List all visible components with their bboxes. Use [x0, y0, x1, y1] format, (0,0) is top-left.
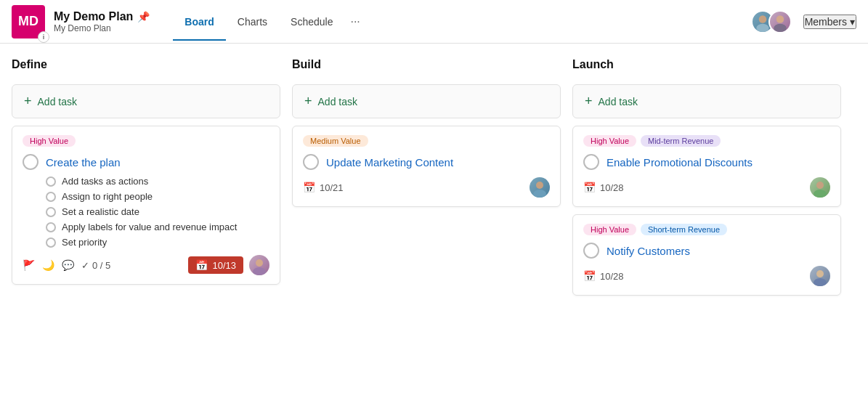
svg-point-11: [814, 278, 827, 286]
date-badge[interactable]: 📅 10/28: [583, 182, 624, 193]
subtask-checkbox[interactable]: [46, 176, 56, 187]
subtask-checkbox[interactable]: [46, 192, 56, 202]
calendar-icon: 📅: [303, 182, 315, 193]
subtask-item: Apply labels for value and revenue impac…: [46, 222, 269, 232]
avatar-group: [751, 10, 792, 33]
tab-charts[interactable]: Charts: [226, 10, 279, 33]
plus-icon: +: [304, 94, 312, 109]
svg-point-4: [256, 259, 263, 267]
date-area: 📅 10/21: [303, 182, 344, 193]
svg-point-2: [776, 15, 784, 23]
label-high-value[interactable]: High Value: [23, 135, 76, 147]
label-mid-revenue[interactable]: Mid-term Revenue: [641, 135, 721, 147]
svg-point-0: [758, 15, 766, 23]
subtask-list: Add tasks as actions Assign to right peo…: [46, 176, 269, 248]
card-footer: 📅 10/28: [583, 266, 830, 286]
label-high-value[interactable]: High Value: [583, 135, 636, 147]
date-text: 10/28: [600, 182, 624, 193]
date-badge-red[interactable]: 📅 10/13: [188, 256, 243, 274]
subtask-label: Set a realistic date: [62, 206, 139, 217]
subtask-checkbox[interactable]: [46, 222, 56, 232]
svg-point-6: [536, 182, 543, 189]
label-high-value[interactable]: High Value: [583, 224, 636, 235]
label-short-revenue[interactable]: Short-term Revenue: [641, 224, 727, 235]
app-header: MD i My Demo Plan 📌 My Demo Plan Board C…: [0, 0, 868, 44]
subtask-item: Add tasks as actions: [46, 176, 269, 187]
card-labels: High Value Short-term Revenue: [583, 224, 830, 235]
tab-board[interactable]: Board: [173, 10, 225, 33]
members-button[interactable]: Members ▾: [803, 15, 856, 29]
flag-icon[interactable]: 🚩: [23, 259, 35, 271]
date-text: 10/21: [320, 182, 344, 193]
task-checkbox[interactable]: [303, 154, 319, 170]
calendar-icon: 📅: [583, 182, 596, 193]
plan-title-main: My Demo Plan 📌: [54, 10, 150, 23]
pin-icon[interactable]: 📌: [137, 11, 150, 23]
column-launch: Launch + Add task High Value Mid-term Re…: [572, 55, 841, 402]
card-labels: High Value Mid-term Revenue: [583, 135, 830, 147]
card-footer: 📅 10/28: [583, 177, 830, 198]
add-task-label-build: Add task: [318, 96, 357, 107]
more-menu-button[interactable]: ···: [344, 9, 365, 34]
card-labels: High Value: [23, 135, 269, 147]
add-task-button-launch[interactable]: + Add task: [572, 84, 841, 118]
main-task-title[interactable]: Enable Promotional Discounts: [607, 156, 753, 169]
card-avatar: [530, 177, 550, 198]
mood-icon[interactable]: 🌙: [42, 259, 54, 271]
card-avatar: [810, 266, 830, 286]
subtask-item: Assign to right people: [46, 191, 269, 202]
chevron-down-icon: ▾: [850, 16, 855, 28]
board: Define + Add task High Value Create the …: [0, 44, 868, 414]
task-checkbox[interactable]: [583, 243, 599, 259]
plus-icon: +: [24, 94, 32, 109]
svg-point-5: [253, 267, 266, 275]
subtask-label: Apply labels for value and revenue impac…: [62, 222, 237, 232]
add-task-button-build[interactable]: + Add task: [292, 84, 561, 118]
card-avatar: [810, 177, 830, 198]
plan-subtitle: My Demo Plan: [54, 23, 150, 33]
date-badge[interactable]: 📅 10/21: [303, 182, 344, 193]
svg-point-7: [533, 190, 546, 198]
label-medium-value[interactable]: Medium Value: [303, 135, 368, 147]
svg-point-8: [816, 182, 824, 189]
calendar-icon: 📅: [195, 259, 208, 271]
card-footer: 📅 10/21: [303, 177, 550, 198]
subtask-checkbox[interactable]: [46, 207, 56, 217]
card-labels: Medium Value: [303, 135, 550, 147]
date-text: 10/13: [212, 260, 236, 271]
plan-title-block: My Demo Plan 📌 My Demo Plan: [54, 10, 150, 33]
card-update-marketing: Medium Value Update Marketing Content 📅 …: [292, 126, 561, 207]
main-task-title[interactable]: Create the plan: [46, 156, 121, 169]
members-label: Members: [805, 16, 847, 28]
check-icon: ✓: [81, 260, 89, 271]
comment-icon[interactable]: 💬: [62, 259, 74, 271]
task-count-text: 0 / 5: [92, 260, 110, 271]
info-icon[interactable]: i: [38, 31, 49, 43]
date-badge[interactable]: 📅 10/28: [583, 270, 624, 282]
subtask-checkbox[interactable]: [46, 238, 56, 248]
svg-point-10: [816, 270, 824, 277]
column-header-launch: Launch: [572, 55, 841, 77]
header-right: Members ▾: [751, 10, 856, 33]
main-task-title[interactable]: Notify Customers: [607, 245, 690, 257]
subtask-label: Add tasks as actions: [62, 176, 148, 187]
tab-schedule[interactable]: Schedule: [279, 10, 344, 33]
main-task-title[interactable]: Update Marketing Content: [326, 156, 453, 169]
main-task-row: Enable Promotional Discounts: [583, 154, 830, 170]
date-text: 10/28: [600, 271, 624, 282]
avatar-2: [768, 10, 792, 33]
subtask-item: Set priority: [46, 237, 269, 248]
main-task-row: Notify Customers: [583, 243, 830, 259]
card-notify-customers: High Value Short-term Revenue Notify Cus…: [572, 214, 841, 296]
task-checkbox[interactable]: [23, 154, 38, 170]
add-task-button-define[interactable]: + Add task: [12, 84, 280, 118]
column-header-build: Build: [292, 55, 561, 77]
main-task-row: Create the plan: [23, 154, 269, 170]
task-count: ✓ 0 / 5: [81, 260, 110, 271]
subtask-item: Set a realistic date: [46, 206, 269, 217]
card-create-plan: High Value Create the plan Add tasks as …: [12, 126, 280, 285]
subtask-label: Assign to right people: [62, 191, 153, 202]
column-header-define: Define: [12, 55, 280, 77]
card-avatar: [249, 255, 269, 275]
task-checkbox[interactable]: [583, 154, 599, 170]
